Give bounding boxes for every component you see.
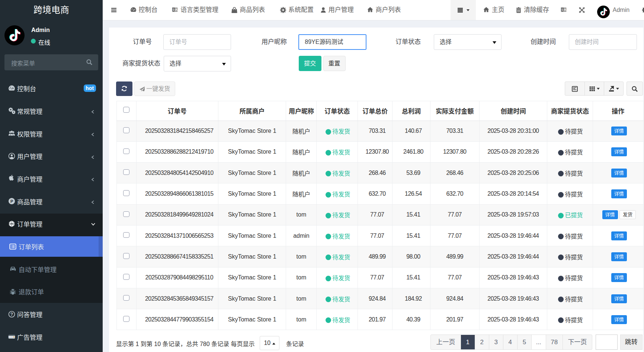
svg-text:?: ? <box>10 311 13 317</box>
svg-text:A: A <box>175 7 177 12</box>
svg-text:A: A <box>564 7 566 12</box>
svg-text:P: P <box>10 199 13 204</box>
